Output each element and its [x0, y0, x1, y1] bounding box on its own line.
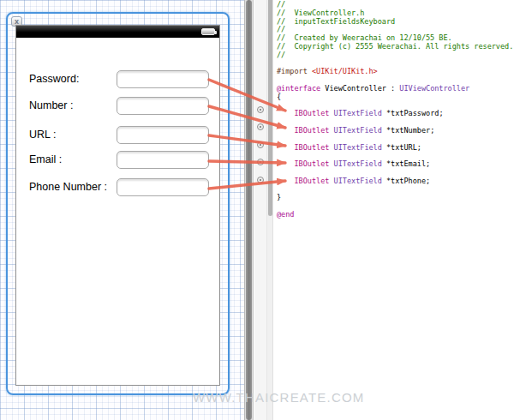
code-token-plain	[277, 177, 294, 185]
code-line[interactable]: IBOutlet UITextField *txtPassword;	[277, 110, 514, 118]
code-editor[interactable]: //// ViewController.h// inputTextFieldsK…	[273, 0, 514, 420]
code-token-plain	[277, 126, 294, 135]
code-line[interactable]: //	[277, 51, 514, 60]
code-token-string_include: <UIKit/UIKit.h>	[312, 67, 378, 75]
code-line[interactable]: IBOutlet UITextField *txtEmail;	[277, 160, 514, 169]
code-token-plain	[277, 109, 294, 117]
text-field[interactable]	[117, 70, 209, 88]
form-row: Email :	[16, 151, 219, 169]
code-token-preprocessor: #import	[277, 67, 312, 75]
code-line[interactable]	[277, 202, 514, 211]
code-token-comment: // ViewController.h	[277, 9, 364, 17]
code-line[interactable]: @interface ViewController : UIViewContro…	[277, 85, 514, 93]
form-row: Password:	[16, 70, 219, 88]
code-token-keyword_ib: IBOutlet	[294, 177, 329, 185]
form-row: URL :	[16, 126, 219, 144]
code-token-keyword_ib: IBOutlet	[294, 109, 329, 117]
code-token-plain: *txtNumber;	[382, 126, 434, 135]
code-token-comment: // Copyright (c) 2555 Weerachai. All rig…	[277, 42, 513, 51]
field-label: Password:	[29, 70, 79, 88]
field-label: URL :	[29, 126, 57, 144]
text-field[interactable]	[117, 97, 209, 115]
code-token-keyword_ib: IBOutlet	[294, 126, 329, 135]
code-token-comment: //	[277, 51, 285, 59]
code-token-keyword_ib: IBOutlet	[294, 143, 329, 152]
code-token-plain: {	[277, 93, 281, 101]
canvas-scrollbar[interactable]	[244, 0, 254, 420]
watermark: WWW.THAICREATE.COM	[193, 390, 364, 405]
code-token-plain: *txtPhone;	[382, 177, 430, 185]
connection-well-txtNumber[interactable]	[257, 123, 264, 130]
code-line[interactable]: }	[277, 194, 514, 202]
field-label: Email :	[29, 151, 62, 169]
code-line[interactable]: // inputTextFieldsKeyboard	[277, 18, 514, 27]
code-token-comment: //	[277, 0, 285, 9]
code-token-plain: *txtURL;	[382, 143, 421, 152]
code-line[interactable]: IBOutlet UITextField *txtPhone;	[277, 177, 514, 186]
connection-well-txtPassword[interactable]	[257, 106, 264, 113]
code-line[interactable]: {	[277, 93, 514, 102]
iphone-screen[interactable]: Password:Number :URL :Email :Phone Numbe…	[15, 25, 220, 386]
code-token-comment: //	[277, 25, 285, 33]
field-label: Number :	[29, 97, 73, 115]
text-field[interactable]	[117, 126, 209, 144]
field-label: Phone Number :	[29, 178, 107, 196]
status-bar	[16, 26, 219, 38]
code-token-plain: }	[277, 193, 281, 201]
code-line[interactable]: IBOutlet UITextField *txtNumber;	[277, 127, 514, 135]
storyboard-canvas[interactable]: x Password:Number :URL :Email :Phone Num…	[0, 0, 244, 420]
code-line[interactable]	[277, 186, 514, 195]
code-line[interactable]: IBOutlet UITextField *txtURL;	[277, 144, 514, 153]
code-token-plain: *txtPassword;	[382, 109, 444, 117]
code-token-plain: *txtEmail;	[382, 159, 430, 168]
connection-well-txtEmail[interactable]	[257, 159, 264, 165]
battery-icon	[201, 28, 215, 35]
code-scrollbar[interactable]	[267, 0, 273, 420]
connections-gutter	[254, 0, 267, 420]
code-line[interactable]: #import <UIKit/UIKit.h>	[277, 68, 514, 76]
connection-well-txtURL[interactable]	[257, 141, 264, 148]
text-field[interactable]	[117, 178, 209, 196]
code-token-class: UITextField	[334, 143, 382, 152]
code-token-class: UIViewController	[399, 84, 469, 93]
code-token-plain	[277, 159, 294, 168]
code-token-directive: @end	[277, 210, 294, 219]
code-line[interactable]: // Copyright (c) 2555 Weerachai. All rig…	[277, 43, 514, 51]
form-row: Phone Number :	[16, 178, 219, 196]
code-token-plain: ViewController :	[320, 84, 399, 93]
code-scrollbar-thumb[interactable]	[268, 0, 272, 216]
text-field[interactable]	[117, 151, 209, 169]
code-token-directive: @interface	[277, 84, 320, 93]
code-token-comment: // inputTextFieldsKeyboard	[277, 17, 395, 26]
form-row: Number :	[16, 97, 219, 115]
code-token-keyword_ib: IBOutlet	[294, 159, 329, 168]
connection-well-txtPhone[interactable]	[257, 177, 264, 183]
canvas-scrollbar-thumb[interactable]	[246, 0, 252, 420]
code-token-class: UITextField	[334, 159, 382, 168]
code-token-class: UITextField	[334, 126, 382, 135]
code-token-class: UITextField	[334, 109, 382, 117]
xcode-assistant-editor: x Password:Number :URL :Email :Phone Num…	[0, 0, 514, 420]
code-line[interactable]: @end	[277, 211, 514, 219]
code-token-plain	[277, 143, 294, 152]
code-token-comment: // Created by Weerachai on 12/10/55 BE.	[277, 33, 452, 42]
code-token-class: UITextField	[334, 177, 382, 185]
